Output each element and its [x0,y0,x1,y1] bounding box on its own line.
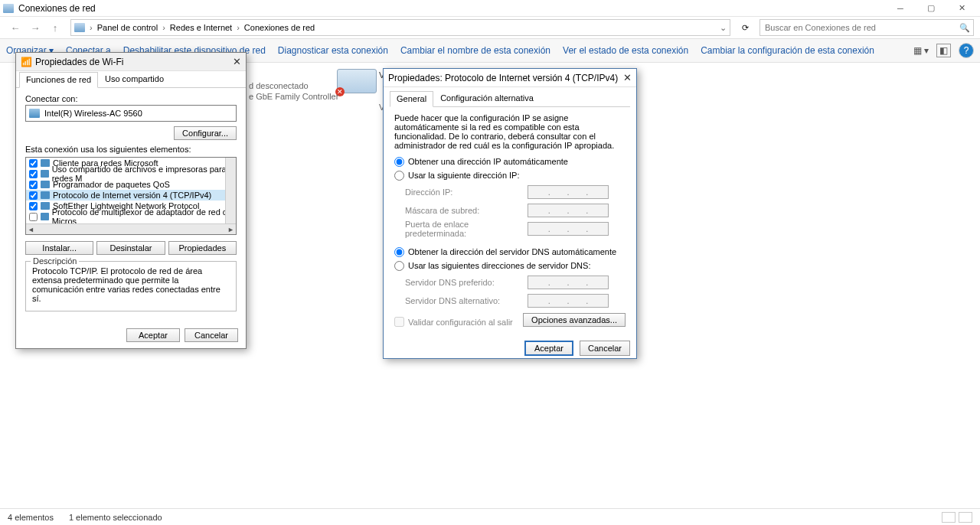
dns-auto-radio[interactable] [394,247,404,257]
component-label: Protocolo de Internet versión 4 (TCP/IPv… [53,191,211,200]
close-button[interactable]: ✕ [946,1,977,16]
ip-address-label: Dirección IP: [405,188,528,197]
elements-label: Esta conexión usa los siguientes element… [25,145,237,154]
ip-auto-label: Obtener una dirección IP automáticamente [408,157,568,166]
scrollbar-vertical[interactable] [225,158,236,223]
connection-state: d desconectado [249,81,397,92]
component-checkbox[interactable] [29,202,38,210]
dns-manual-label: Usar las siguientes direcciones de servi… [408,261,590,270]
validate-label: Validar configuración al salir [408,318,513,327]
description-text: Protocolo TCP/IP. El protocolo de red de… [32,266,230,303]
component-icon [41,159,50,167]
accept-button[interactable]: Aceptar [126,328,180,342]
component-item[interactable]: Protocolo de multiplexor de adaptador de… [26,211,236,222]
ip-manual-label: Usar la siguiente dirección IP: [408,171,520,180]
forward-button[interactable]: → [26,22,44,34]
gateway-input: ... [528,222,609,236]
help-button[interactable]: ? [959,43,974,58]
component-icon [41,181,50,188]
adapter-name: Intel(R) Wireless-AC 9560 [44,109,142,118]
dialog-title: Propiedades de Wi-Fi [35,57,123,67]
change-config-cmd[interactable]: Cambiar la configuración de esta conexió… [701,45,874,56]
network-icon [3,4,14,13]
back-button[interactable]: ← [6,22,24,34]
ip-manual-radio[interactable] [394,171,404,181]
component-icon [41,191,50,199]
accept-button[interactable]: Aceptar [524,341,573,356]
validate-checkbox[interactable] [394,317,404,327]
breadcrumb-item[interactable]: Conexiones de red [244,23,315,32]
maximize-button[interactable]: ▢ [916,1,946,16]
view-status-cmd[interactable]: Ver el estado de esta conexión [563,45,688,56]
components-listbox[interactable]: Cliente para redes MicrosoftUso comparti… [25,157,237,235]
connect-with-label: Conectar con: [25,94,237,103]
dns-alt-input: ... [528,294,609,308]
diagnose-cmd[interactable]: Diagnosticar esta conexión [278,45,388,56]
component-checkbox[interactable] [29,213,38,221]
ipv4-properties-dialog: Propiedades: Protocolo de Internet versi… [383,68,637,359]
gateway-label: Puerta de enlace predeterminada: [405,220,528,238]
component-item[interactable]: Uso compartido de archivos e impresoras … [26,168,236,179]
view-options-icon[interactable]: ▦ ▾ [913,45,929,56]
subnet-mask-input: ... [528,204,609,217]
advanced-options-button[interactable]: Opciones avanzadas... [523,313,626,327]
details-view-button[interactable] [942,512,956,523]
cancel-button[interactable]: Cancelar [185,328,238,342]
search-icon: 🔍 [959,23,970,33]
rename-cmd[interactable]: Cambiar el nombre de esta conexión [400,45,550,56]
component-icon [41,213,49,220]
intro-text: Puede hacer que la configuración IP se a… [390,107,630,150]
component-checkbox[interactable] [29,181,38,189]
ip-address-input: ... [528,185,609,199]
wifi-properties-dialog: 📶 Propiedades de Wi-Fi ✕ Funciones de re… [15,52,247,349]
cancel-button[interactable]: Cancelar [580,341,630,356]
search-box[interactable]: 🔍 [760,19,974,36]
breadcrumb-item[interactable]: Panel de control [97,23,158,32]
tab-network-functions[interactable]: Funciones de red [19,72,98,88]
refresh-button[interactable]: ⟳ [737,23,753,33]
status-selected: 1 elemento seleccionado [69,513,162,522]
chevron-down-icon[interactable]: ⌄ [720,23,727,33]
dns-preferred-label: Servidor DNS preferido: [405,278,528,287]
close-icon[interactable]: ✕ [233,56,241,67]
network-icon [74,23,85,32]
adapter-icon [29,109,40,118]
dns-auto-label: Obtener la dirección del servidor DNS au… [408,247,616,256]
tab-sharing[interactable]: Uso compartido [98,71,171,87]
dns-alt-label: Servidor DNS alternativo: [405,296,528,305]
scrollbar-horizontal[interactable]: ◄► [26,223,236,234]
component-label: Programador de paquetes QoS [53,180,170,189]
chevron-right-icon: › [90,23,93,32]
component-icon [41,170,49,178]
subnet-mask-label: Máscara de subred: [405,206,528,215]
uninstall-button[interactable]: Desinstalar [96,241,165,255]
dns-manual-radio[interactable] [394,261,404,271]
component-checkbox[interactable] [29,170,38,178]
dialog-title: Propiedades: Protocolo de Internet versi… [388,73,618,83]
component-checkbox[interactable] [29,159,38,168]
install-button[interactable]: Instalar... [25,241,93,255]
dns-preferred-input: ... [528,276,609,289]
status-count: 4 elementos [8,513,54,522]
description-label: Descripción [31,256,79,266]
chevron-right-icon: › [237,23,240,32]
tab-general[interactable]: General [390,91,433,107]
search-input[interactable] [763,22,959,33]
connection-item[interactable]: VPN d desconectado e GbE Family Controll… [249,70,397,113]
icons-view-button[interactable] [959,512,972,523]
breadcrumb-item[interactable]: Redes e Internet [170,23,232,32]
minimize-button[interactable]: ─ [885,1,916,16]
breadcrumb[interactable]: › Panel de control › Redes e Internet › … [70,19,730,36]
configure-button[interactable]: Configurar... [174,126,237,140]
component-item[interactable]: Protocolo de Internet versión 4 (TCP/IPv… [26,190,236,201]
component-icon [41,202,50,210]
preview-pane-icon[interactable]: ◧ [936,44,951,57]
connection-device: e GbE Family Controller [249,92,397,103]
wifi-icon: 📶 [21,57,32,67]
component-checkbox[interactable] [29,191,38,200]
properties-button[interactable]: Propiedades [168,241,237,255]
tab-alt-config[interactable]: Configuración alternativa [433,90,541,106]
close-icon[interactable]: ✕ [623,72,632,83]
ip-auto-radio[interactable] [394,157,404,167]
up-button[interactable]: ↑ [46,22,64,34]
